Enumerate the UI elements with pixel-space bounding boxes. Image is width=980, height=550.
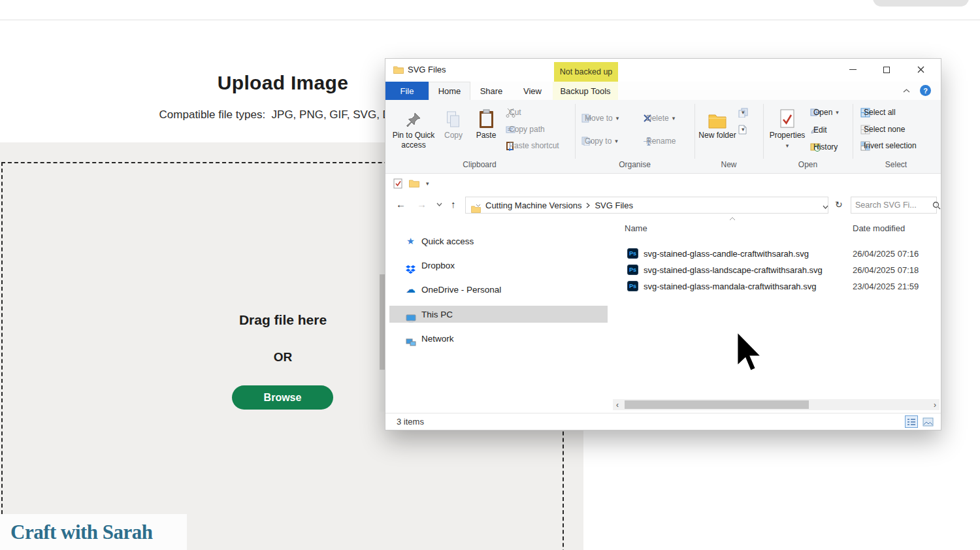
details-view-icon xyxy=(906,417,917,427)
close-button[interactable] xyxy=(906,59,935,80)
back-icon[interactable]: ← xyxy=(396,199,406,210)
scroll-right-icon[interactable]: › xyxy=(930,399,939,410)
copy-to-button[interactable]: Copy to ▾ xyxy=(581,135,618,148)
sidebar-item-onedrive[interactable]: ☁ OneDrive - Personal xyxy=(389,281,608,298)
rename-button[interactable]: Rename xyxy=(643,135,676,148)
paste-button[interactable]: Paste xyxy=(470,108,502,140)
large-icons-view-icon xyxy=(923,417,934,427)
new-folder-button[interactable]: New folder xyxy=(698,108,737,140)
sidebar-item-dropbox[interactable]: Dropbox xyxy=(389,257,608,274)
sidebar-item-quick-access[interactable]: ★ Quick access xyxy=(389,233,608,250)
select-group-caption: Select xyxy=(853,160,939,170)
not-backed-up-badge: Not backed up xyxy=(554,62,618,82)
craft-with-sarah-logo: Craft with Sarah xyxy=(0,521,153,544)
new-group-caption: New xyxy=(694,160,763,170)
maximize-button[interactable] xyxy=(872,59,901,80)
breadcrumb-current[interactable]: SVG Files xyxy=(595,201,633,210)
easy-access-button[interactable]: ▾ xyxy=(738,106,745,119)
details-view-button[interactable] xyxy=(905,415,918,428)
forward-icon[interactable]: → xyxy=(417,199,427,210)
tab-backup-tools[interactable]: Backup Tools xyxy=(553,82,618,100)
new-item-button[interactable]: ▾ xyxy=(738,123,745,136)
open-group-caption: Open xyxy=(763,160,853,170)
address-bar[interactable]: Cutting Machine Versions SVG Files xyxy=(465,197,828,214)
help-button[interactable]: ? xyxy=(920,85,931,96)
edit-button[interactable]: Edit xyxy=(810,123,827,137)
logo-container: Craft with Sarah xyxy=(0,514,187,550)
header-pill-button[interactable] xyxy=(873,0,969,7)
maximize-icon xyxy=(883,67,890,73)
invert-selection-button[interactable]: Invert selection xyxy=(860,139,917,152)
properties-button[interactable]: Properties ▾ xyxy=(767,108,808,150)
horizontal-scrollbar[interactable]: ‹ › xyxy=(613,399,939,410)
ribbon-divider xyxy=(763,104,764,159)
pin-to-quick-access-button[interactable]: Pin to Quick access xyxy=(391,108,436,150)
photoshop-file-icon: Ps xyxy=(627,248,638,259)
copy-button[interactable]: Copy xyxy=(438,108,469,140)
column-header-name[interactable]: Name xyxy=(625,223,647,233)
file-row[interactable]: Ps svg-stained-glass-candle-craftwithsar… xyxy=(621,246,938,261)
copy-path-button[interactable]: Copy path xyxy=(506,123,545,136)
tab-file[interactable]: File xyxy=(385,82,429,100)
file-row[interactable]: Ps svg-stained-glass-landscape-craftwith… xyxy=(621,262,938,278)
dropdown-icon: ▾ xyxy=(742,126,745,133)
clipboard-group-caption: Clipboard xyxy=(385,160,574,170)
delete-button[interactable]: Delete ▾ xyxy=(643,112,675,125)
tab-home[interactable]: Home xyxy=(429,82,470,100)
select-all-button[interactable]: Select all xyxy=(860,106,896,119)
search-box[interactable] xyxy=(851,197,937,214)
open-button[interactable]: Open ▾ xyxy=(810,106,839,119)
cut-button[interactable]: Cut xyxy=(506,106,521,119)
ribbon-divider xyxy=(853,104,853,159)
horizontal-scrollbar-thumb[interactable] xyxy=(625,400,809,409)
up-icon[interactable]: ↑ xyxy=(451,199,456,210)
dropdown-icon: ▾ xyxy=(836,109,839,116)
minimize-button[interactable] xyxy=(838,59,867,80)
navigation-bar: ← → ↑ Cutting Machine Versions SVG Files… xyxy=(385,193,941,217)
large-icons-view-button[interactable] xyxy=(921,416,934,427)
scroll-left-icon[interactable]: ‹ xyxy=(613,399,622,410)
organise-group-caption: Organise xyxy=(575,160,694,170)
tab-share[interactable]: Share xyxy=(470,82,512,100)
onedrive-cloud-icon: ☁ xyxy=(405,283,416,295)
select-none-button[interactable]: Select none xyxy=(860,123,905,136)
refresh-icon[interactable]: ↻ xyxy=(835,199,843,210)
sidebar-item-this-pc[interactable]: This PC xyxy=(389,306,608,323)
search-input[interactable] xyxy=(855,198,923,212)
minimize-icon xyxy=(849,69,857,70)
history-button[interactable]: History xyxy=(810,140,838,154)
dropdown-icon: ▾ xyxy=(742,109,745,116)
site-top-bar xyxy=(0,0,980,20)
dropdown-icon: ▾ xyxy=(786,142,789,150)
ribbon-divider xyxy=(694,104,695,159)
sidebar-item-network[interactable]: Network xyxy=(389,330,608,347)
items-count: 3 items xyxy=(397,417,424,427)
photoshop-file-icon: Ps xyxy=(627,265,638,275)
close-icon xyxy=(917,66,924,73)
dropdown-icon: ▾ xyxy=(672,115,676,121)
status-bar: 3 items xyxy=(385,413,941,430)
tab-view[interactable]: View xyxy=(512,82,553,100)
dropdown-icon: ▾ xyxy=(615,138,618,144)
paste-shortcut-button[interactable]: Paste shortcut xyxy=(506,139,559,152)
column-header-date-modified[interactable]: Date modified xyxy=(853,223,905,233)
qat-customize-icon[interactable]: ▾ xyxy=(426,180,429,187)
ribbon: Pin to Quick access Copy Paste Cut Copy … xyxy=(385,100,941,174)
file-explorer-window[interactable]: SVG Files Not backed up File Home Share … xyxy=(385,59,941,430)
breadcrumb-parent[interactable]: Cutting Machine Versions xyxy=(485,201,581,210)
move-to-button[interactable]: Move to ▾ xyxy=(581,112,619,125)
help-icon: ? xyxy=(923,87,928,95)
file-row[interactable]: Ps svg-stained-glass-mandala-craftwithsa… xyxy=(621,278,938,294)
browse-button[interactable]: Browse xyxy=(232,385,333,410)
quick-access-toolbar: ▾ xyxy=(385,174,941,193)
dropdown-icon: ▾ xyxy=(616,115,619,121)
breadcrumb-separator-icon xyxy=(586,202,590,208)
explorer-content: ★ Quick access Dropbox ☁ OneDrive - Pers… xyxy=(385,217,941,413)
ribbon-tab-strip: File Home Share View Backup Tools xyxy=(385,82,941,100)
ribbon-divider xyxy=(575,104,576,159)
window-title: SVG Files xyxy=(408,65,446,74)
address-chevron-icon xyxy=(476,204,481,207)
photoshop-file-icon: Ps xyxy=(627,281,638,291)
quick-access-star-icon: ★ xyxy=(405,236,416,246)
